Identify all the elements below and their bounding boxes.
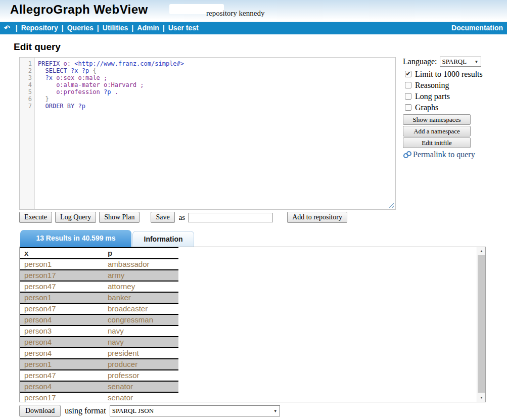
code-line: ?x o:sex o:male ;	[38, 74, 184, 81]
cell-x[interactable]: person4	[20, 348, 104, 359]
add-a-namespace-button[interactable]: Add a namespace	[403, 126, 471, 136]
cell-x[interactable]: person4	[20, 337, 104, 348]
cell-x[interactable]: person47	[20, 370, 104, 381]
cell-p[interactable]: banker	[104, 292, 178, 303]
cell-x[interactable]: person17	[20, 392, 104, 402]
page: AllegroGraph WebView repository kennedy …	[0, 0, 507, 420]
table-row: person3navy	[20, 325, 178, 337]
language-label: Language:	[403, 57, 437, 66]
show-namespaces-button[interactable]: Show namespaces	[403, 114, 471, 125]
back-arrow-icon[interactable]: ↶	[4, 24, 10, 32]
code-line: PREFIX o: <http://www.franz.com/simple#>	[38, 60, 184, 67]
table-row: person1banker	[20, 292, 178, 303]
checkbox-limit-to-1000-results[interactable]: ✔	[405, 71, 411, 77]
line-number: 3	[20, 74, 32, 81]
table-row: person4senator	[20, 381, 178, 392]
chevron-down-icon: ▼	[475, 60, 479, 64]
checkbox-row-long-parts: Long parts	[405, 91, 507, 101]
save-as-input[interactable]	[188, 213, 273, 222]
query-editor[interactable]: 1234567 PREFIX o: <http://www.franz.com/…	[19, 57, 396, 210]
results-table: x p person1ambassadorperson17armyperson4…	[20, 247, 178, 402]
tab-results[interactable]: 13 Results in 40.599 ms	[20, 230, 131, 247]
language-select[interactable]: SPARQL ▼	[440, 57, 481, 67]
page-title: Edit query	[14, 41, 61, 53]
cell-p[interactable]: senator	[104, 392, 178, 402]
checkbox-label: Limit to 1000 results	[415, 70, 483, 79]
format-select-value: SPARQL JSON	[112, 407, 154, 415]
cell-p[interactable]: president	[104, 348, 178, 359]
show-plan-button[interactable]: Show Plan	[99, 212, 140, 223]
cell-p[interactable]: congressman	[104, 314, 178, 325]
main-nav: ↶|Repository|Queries|Utilities|Admin|Use…	[0, 22, 507, 34]
app-header: AllegroGraph WebView repository kennedy	[0, 0, 507, 22]
cell-x[interactable]: person17	[20, 270, 104, 281]
save-as-label: as	[179, 213, 186, 222]
checkbox-reasoning[interactable]	[405, 82, 411, 88]
results-scrollbar[interactable]: ▲ ▼	[477, 247, 485, 402]
checkbox-graphs[interactable]	[405, 104, 411, 111]
cell-x[interactable]: person47	[20, 303, 104, 314]
cell-x[interactable]: person47	[20, 281, 104, 292]
cell-x[interactable]: person4	[20, 381, 104, 392]
table-row: person4navy	[20, 337, 178, 348]
line-number: 5	[20, 88, 32, 96]
checkbox-row-graphs: Graphs	[405, 103, 507, 112]
table-row: person47professor	[20, 370, 178, 381]
nav-item-user-test[interactable]: User test	[168, 24, 199, 32]
code-line: }	[38, 96, 184, 103]
repository-label: repository kennedy	[206, 9, 264, 18]
scroll-down-icon[interactable]: ▼	[477, 394, 486, 402]
code-line: o:alma-mater o:Harvard ;	[38, 81, 184, 88]
nav-item-repository[interactable]: Repository	[21, 24, 58, 32]
log-query-button[interactable]: Log Query	[55, 212, 96, 223]
cell-p[interactable]: broadcaster	[104, 303, 178, 314]
nav-item-admin[interactable]: Admin	[137, 24, 159, 32]
column-header-p[interactable]: p	[104, 248, 178, 259]
column-header-x[interactable]: x	[20, 248, 104, 259]
checkbox-long-parts[interactable]	[405, 93, 411, 100]
table-row: person47broadcaster	[20, 303, 178, 314]
add-to-repository-button[interactable]: Add to repository	[287, 212, 347, 223]
scroll-up-icon[interactable]: ▲	[477, 247, 486, 255]
cell-p[interactable]: ambassador	[104, 259, 178, 270]
chevron-down-icon: ▼	[273, 409, 278, 413]
edit-initfile-button[interactable]: Edit initfile	[403, 137, 471, 148]
cell-p[interactable]: attorney	[104, 281, 178, 292]
cell-x[interactable]: person3	[20, 325, 104, 337]
execute-button[interactable]: Execute	[19, 212, 52, 223]
cell-p[interactable]: navy	[104, 337, 178, 348]
cell-x[interactable]: person1	[20, 359, 104, 370]
save-button[interactable]: Save	[151, 212, 174, 223]
nav-item-queries[interactable]: Queries	[67, 24, 94, 32]
nav-separator: |	[62, 24, 64, 32]
nav-separator: |	[97, 24, 99, 32]
cell-x[interactable]: person4	[20, 314, 104, 325]
download-row: Download using format SPARQL JSON ▼	[19, 405, 280, 417]
table-row: person1producer	[20, 359, 178, 370]
line-number: 1	[20, 60, 32, 67]
cell-p[interactable]: navy	[104, 325, 178, 337]
code-line: ORDER BY ?p	[38, 103, 184, 110]
table-row: person4congressman	[20, 314, 178, 325]
using-format-label: using format	[65, 406, 106, 415]
editor-resize-handle[interactable]	[388, 202, 394, 208]
format-select[interactable]: SPARQL JSON ▼	[110, 405, 280, 416]
nav-separator: |	[131, 24, 133, 32]
cell-x[interactable]: person1	[20, 292, 104, 303]
nav-separator: |	[163, 24, 165, 32]
nav-items: ↶|Repository|Queries|Utilities|Admin|Use…	[4, 22, 199, 34]
permalink-link[interactable]: Permalink to query	[403, 150, 507, 159]
cell-p[interactable]: army	[104, 270, 178, 281]
nav-link-documentation[interactable]: Documentation	[451, 22, 503, 34]
scrollbar-thumb[interactable]	[478, 255, 485, 393]
download-button[interactable]: Download	[19, 405, 61, 417]
cell-x[interactable]: person1	[20, 259, 104, 270]
cell-p[interactable]: senator	[104, 381, 178, 392]
permalink-label: Permalink to query	[413, 150, 475, 159]
editor-line-numbers: 1234567	[20, 58, 35, 209]
editor-code[interactable]: PREFIX o: <http://www.franz.com/simple#>…	[35, 58, 184, 209]
nav-item-utilities[interactable]: Utilities	[103, 24, 128, 32]
cell-p[interactable]: professor	[104, 370, 178, 381]
tab-information[interactable]: Information	[132, 231, 194, 247]
cell-p[interactable]: producer	[104, 359, 178, 370]
